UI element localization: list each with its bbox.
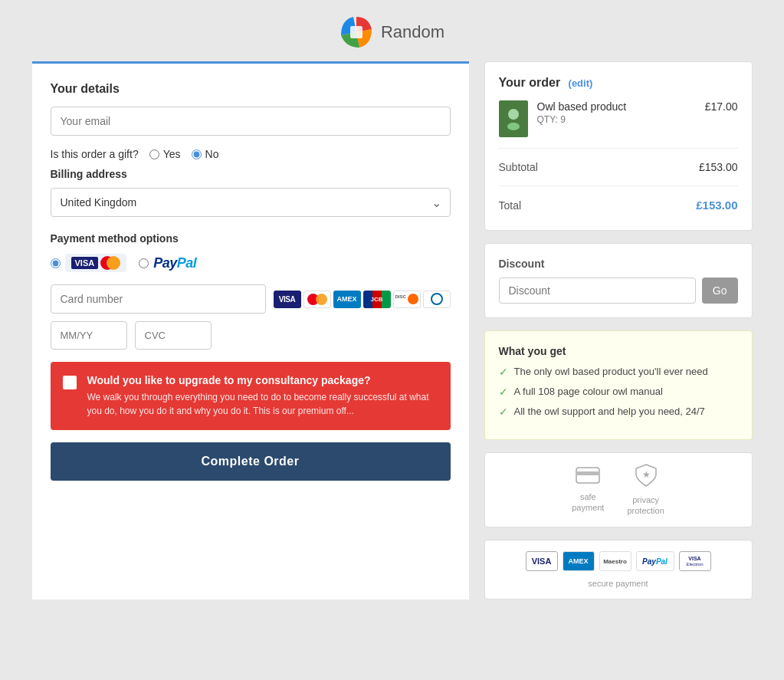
card-expiry-input[interactable] xyxy=(51,321,127,350)
upsell-body: We walk you through everything you need … xyxy=(87,390,438,418)
check-icon-1: ✓ xyxy=(499,366,508,378)
trust-badges-box: safepayment ★ privacyprotection xyxy=(484,452,753,528)
card-brand-icons: VISA AMEX JCB DISC xyxy=(274,291,451,308)
complete-order-button[interactable]: Complete Order xyxy=(51,442,451,481)
discount-box: Discount Go xyxy=(484,243,753,318)
order-title: Your order (edit) xyxy=(499,76,738,90)
right-panel: Your order (edit) Owl based product QTY:… xyxy=(484,61,753,600)
total-value: £153.00 xyxy=(696,199,737,212)
paypal-logo: PayPal xyxy=(153,255,196,271)
gift-no-option[interactable]: No xyxy=(192,148,219,160)
country-select[interactable]: United Kingdom United States Canada Aust… xyxy=(51,188,451,217)
product-name: Owl based product xyxy=(537,100,696,113)
secure-payment-label: secure payment xyxy=(588,579,648,588)
privacy-protection-label: privacyprotection xyxy=(627,494,664,517)
gift-yes-option[interactable]: Yes xyxy=(149,148,181,160)
subtotal-value: £153.00 xyxy=(699,161,738,173)
card-number-input[interactable] xyxy=(51,284,266,314)
discount-input[interactable] xyxy=(499,278,696,304)
card-cvc-input[interactable] xyxy=(135,321,212,350)
visa-mini-icon: VISA xyxy=(71,257,99,269)
discount-title: Discount xyxy=(499,258,738,270)
privacy-protection-badge: ★ privacyprotection xyxy=(627,464,664,517)
upsell-box[interactable]: Would you like to upgrade to my consulta… xyxy=(51,362,451,430)
mastercard-icon xyxy=(303,291,331,308)
upsell-text: Would you like to upgrade to my consulta… xyxy=(87,374,438,418)
card-expiry-cvc-row xyxy=(51,321,451,350)
gift-yes-radio[interactable] xyxy=(149,149,159,159)
secure-amex-icon: AMEX xyxy=(563,551,595,571)
secure-paypal-icon: PayPal xyxy=(636,551,674,571)
secure-visa-electron-icon: VISAElectron xyxy=(679,551,711,571)
benefit-item-2: ✓ A full 108 page colour owl manual xyxy=(499,385,738,399)
page-header: Random xyxy=(0,0,784,61)
benefits-box: What you get ✓ The only owl based produc… xyxy=(484,330,753,440)
total-label: Total xyxy=(499,199,522,212)
privacy-shield-svg: ★ xyxy=(635,464,657,487)
benefits-title: What you get xyxy=(499,345,738,357)
check-icon-3: ✓ xyxy=(499,406,508,418)
product-qty: QTY: 9 xyxy=(537,114,696,125)
benefit-item-1: ✓ The only owl based product you'll ever… xyxy=(499,365,738,379)
svg-rect-1 xyxy=(350,26,362,38)
product-price: £17.00 xyxy=(705,100,738,113)
go-button[interactable]: Go xyxy=(702,278,738,304)
upsell-checkbox[interactable] xyxy=(63,376,77,389)
divider-1 xyxy=(499,148,738,149)
your-details-title: Your details xyxy=(51,82,451,96)
discover-icon: DISC xyxy=(393,291,421,308)
subtotal-label: Subtotal xyxy=(499,161,538,173)
order-summary-box: Your order (edit) Owl based product QTY:… xyxy=(484,61,753,231)
safe-payment-label: safepayment xyxy=(572,491,604,514)
product-thumbnail xyxy=(499,100,528,137)
payment-options-row: VISA PayPal xyxy=(51,254,451,272)
benefit-text-2: A full 108 page colour owl manual xyxy=(514,385,663,399)
gift-question-row: Is this order a gift? Yes No xyxy=(51,148,451,160)
card-payment-option[interactable]: VISA xyxy=(51,254,127,272)
gift-no-radio[interactable] xyxy=(192,149,202,159)
main-container: Your details Is this order a gift? Yes N… xyxy=(17,61,768,630)
benefit-text-3: All the owl support and help you need, 2… xyxy=(514,405,705,419)
secure-maestro-icon: Maestro xyxy=(599,551,631,571)
mastercard-mini-icon xyxy=(100,256,120,270)
paypal-payment-option[interactable]: PayPal xyxy=(139,255,196,271)
total-row: Total £153.00 xyxy=(499,194,738,216)
safe-payment-badge: safepayment xyxy=(572,467,604,514)
billing-address-title: Billing address xyxy=(51,168,451,180)
visa-icon: VISA xyxy=(274,291,301,308)
edit-order-link[interactable]: (edit) xyxy=(569,77,593,89)
safe-payment-icon xyxy=(576,467,600,488)
gift-question-label: Is this order a gift? xyxy=(51,148,139,160)
svg-rect-6 xyxy=(576,471,599,475)
left-panel: Your details Is this order a gift? Yes N… xyxy=(32,61,469,600)
product-info: Owl based product QTY: 9 xyxy=(537,100,696,125)
svg-point-3 xyxy=(508,109,519,120)
svg-text:★: ★ xyxy=(641,469,650,480)
card-icons-group: VISA xyxy=(65,254,127,272)
payment-method-title: Payment method options xyxy=(51,232,451,245)
amex-icon: AMEX xyxy=(333,291,361,308)
app-logo-icon xyxy=(340,15,373,49)
gift-yes-label: Yes xyxy=(163,148,181,160)
diners-icon xyxy=(423,291,451,308)
email-field[interactable] xyxy=(51,107,451,136)
gift-no-label: No xyxy=(205,148,219,160)
subtotal-row: Subtotal £153.00 xyxy=(499,156,738,178)
upsell-title: Would you like to upgrade to my consulta… xyxy=(87,374,438,386)
benefit-text-1: The only owl based product you'll ever n… xyxy=(514,365,708,379)
secure-cards-row: VISA AMEX Maestro PayPal VISAElectron xyxy=(526,551,711,571)
product-thumb-svg xyxy=(503,105,524,133)
benefit-item-3: ✓ All the owl support and help you need,… xyxy=(499,405,738,419)
privacy-protection-icon: ★ xyxy=(635,464,657,491)
safe-payment-svg xyxy=(576,467,600,484)
discount-input-row: Go xyxy=(499,278,738,304)
svg-point-4 xyxy=(507,123,520,130)
card-number-row: VISA AMEX JCB DISC xyxy=(51,284,451,314)
card-radio[interactable] xyxy=(51,258,61,268)
app-logo-text: Random xyxy=(381,22,444,42)
secure-visa-icon: VISA xyxy=(526,551,558,571)
check-icon-2: ✓ xyxy=(499,386,508,398)
jcb-icon: JCB xyxy=(363,291,391,308)
order-item: Owl based product QTY: 9 £17.00 xyxy=(499,100,738,137)
paypal-radio[interactable] xyxy=(139,258,149,268)
